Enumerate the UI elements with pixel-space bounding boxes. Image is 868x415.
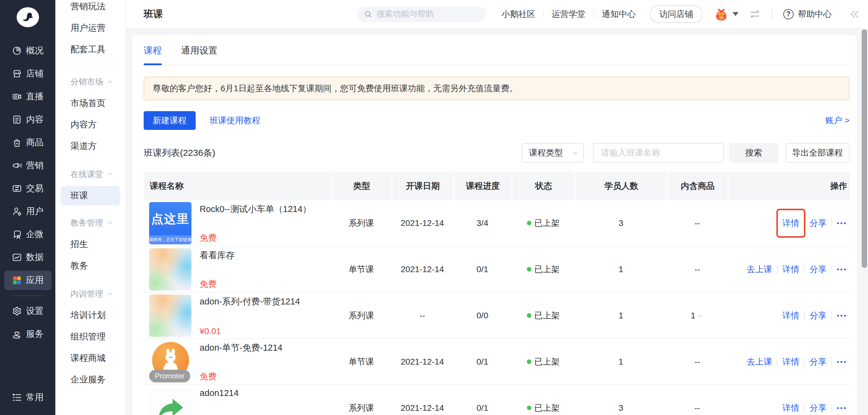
create-course-button[interactable]: 新建课程 — [144, 111, 196, 130]
sidebar-item-教务[interactable]: 教务 — [55, 255, 125, 276]
sidebar-item-service[interactable]: 服务 — [4, 322, 52, 346]
sidebar-item-marketing[interactable]: 营销 — [4, 154, 52, 177]
chevron-up-icon — [106, 78, 114, 85]
course-thumbnail[interactable] — [149, 295, 191, 337]
sidebar-item-content[interactable]: 内容 — [4, 108, 52, 131]
course-thumbnail[interactable]: Promoter — [149, 341, 191, 383]
course-title[interactable]: adon-单节-免费-1214 — [199, 342, 282, 354]
course-students: 1 — [575, 265, 667, 274]
sidebar-item-label: 概况 — [26, 45, 43, 57]
group-label-text: 教务管理 — [70, 217, 103, 228]
avatar[interactable]: 福 — [714, 7, 729, 22]
switch-account-icon[interactable] — [749, 8, 761, 20]
avatar-caret-down-icon[interactable] — [733, 12, 739, 16]
export-button[interactable]: 导出全部课程 — [785, 143, 849, 163]
global-search-input[interactable] — [376, 9, 483, 19]
op-link-详情[interactable]: 详情 — [782, 402, 799, 414]
help-center-label: 帮助中心 — [798, 8, 832, 20]
chevron-up-icon — [106, 171, 114, 178]
main-area: 班课 小鹅社区 运营学堂 通知中心 访问店铺 福 — [126, 0, 868, 415]
course-status: 已上架 — [512, 264, 575, 275]
scrollbar-thumb[interactable] — [862, 29, 867, 268]
sidebar-item-apps[interactable]: 应用 — [4, 271, 52, 290]
account-link[interactable]: 账户 > — [825, 115, 849, 126]
course-thumbnail[interactable]: 点这里 ≫请稍等，正在下发链接≪ — [149, 202, 191, 244]
op-link-详情[interactable]: 详情 — [782, 310, 799, 321]
sidebar-item-内容方[interactable]: 内容方 — [55, 114, 125, 135]
sidebar-item-wecom[interactable]: 企微 — [4, 223, 52, 246]
course-table-body: 点这里 ≫请稍等，正在下发链接≪ Rock0--测试小车单（1214） 免费 系… — [144, 200, 849, 415]
sidebar-item-settings[interactable]: 设置 — [4, 300, 52, 322]
sidebar-item-用户运营[interactable]: 用户运营 — [55, 17, 125, 39]
more-actions-icon[interactable]: ••• — [837, 358, 847, 366]
tab-general-settings[interactable]: 通用设置 — [181, 44, 217, 65]
op-link-分享[interactable]: 分享 — [810, 356, 827, 368]
sidebar-item-招生[interactable]: 招生 — [55, 234, 125, 255]
op-link-分享[interactable]: 分享 — [810, 310, 827, 321]
tutorial-link[interactable]: 班课使用教程 — [210, 115, 260, 126]
search-button[interactable]: 搜索 — [729, 143, 778, 163]
sidebar-item-组织管理[interactable]: 组织管理 — [55, 326, 125, 347]
course-thumbnail[interactable] — [149, 248, 191, 290]
sidebar-item-pie[interactable]: 概况 — [4, 39, 52, 62]
sidebar-item-data[interactable]: 数据 — [4, 246, 52, 269]
brand-logo[interactable] — [17, 7, 39, 27]
op-link-分享[interactable]: 分享 — [810, 264, 827, 275]
course-title[interactable]: adon-系列-付费-带货1214 — [199, 296, 300, 308]
collapse-panel-icon[interactable] — [849, 8, 860, 20]
sidebar-item-配套工具[interactable]: 配套工具 — [55, 39, 125, 60]
op-link-分享[interactable]: 分享 — [810, 402, 827, 414]
course-title[interactable]: Rock0--测试小车单（1214） — [199, 203, 311, 215]
course-progress: 0/0 — [453, 311, 512, 320]
column-header: 课程名称 — [144, 172, 331, 200]
help-center[interactable]: ? 帮助中心 — [783, 8, 832, 20]
visit-shop-button[interactable]: 访问店铺 — [650, 5, 703, 23]
sidebar-item-课程商城[interactable]: 课程商城 — [55, 347, 125, 369]
sidebar-item-frequent[interactable]: 常用 — [4, 386, 52, 409]
course-type-select[interactable]: 课程类型 — [522, 143, 584, 163]
sidebar-item-班课[interactable]: 班课 — [61, 186, 120, 205]
more-actions-icon[interactable]: ••• — [837, 219, 847, 227]
sidebar-group-label[interactable]: 分销市场 — [55, 71, 125, 93]
goods-expand-chevron-down-icon[interactable] — [697, 312, 704, 319]
sidebar-group-label[interactable]: 教务管理 — [55, 212, 125, 234]
primary-sidebar: 概况 店铺 直播 内容 商品 营销 交易 用户 企微 数据 应用 设置 服务 常… — [0, 0, 55, 415]
link-community[interactable]: 小鹅社区 — [501, 8, 535, 20]
course-progress: 0/1 — [453, 265, 512, 274]
course-operations: 详情分享 ••• — [728, 217, 849, 229]
sidebar-group-label[interactable]: 内训管理 — [55, 283, 125, 305]
link-academy[interactable]: 运营学堂 — [552, 8, 586, 20]
op-link-分享[interactable]: 分享 — [810, 217, 827, 229]
scrollbar-track[interactable] — [861, 29, 868, 415]
sidebar-group-label[interactable]: 在线课堂 — [55, 163, 125, 185]
column-header: 类型 — [331, 172, 391, 200]
course-name-input[interactable] — [593, 143, 724, 163]
sidebar-item-goods[interactable]: 商品 — [4, 131, 52, 154]
op-link-去上课[interactable]: 去上课 — [747, 264, 772, 275]
list-title: 班课列表(2236条) — [144, 147, 215, 159]
sidebar-item-培训计划[interactable]: 培训计划 — [55, 305, 125, 326]
course-title[interactable]: 看看库存 — [199, 249, 235, 262]
more-actions-icon[interactable]: ••• — [837, 405, 847, 412]
course-thumbnail[interactable] — [149, 387, 191, 415]
op-link-详情[interactable]: 详情 — [782, 356, 799, 368]
global-search[interactable] — [357, 6, 486, 22]
sidebar-item-user[interactable]: 用户 — [4, 200, 52, 223]
course-title[interactable]: adon1214 — [199, 388, 239, 398]
sidebar-item-营销玩法[interactable]: 营销玩法 — [55, 0, 125, 17]
promoter-badge: Promoter — [149, 370, 190, 382]
tab-courses[interactable]: 课程 — [144, 44, 162, 65]
op-link-详情[interactable]: 详情 — [782, 264, 799, 275]
sidebar-item-渠道方[interactable]: 渠道方 — [55, 135, 125, 157]
course-type-select-value: 课程类型 — [529, 147, 563, 159]
op-link-去上课[interactable]: 去上课 — [747, 356, 772, 368]
link-notifications[interactable]: 通知中心 — [602, 8, 636, 20]
op-link-详情[interactable]: 详情 — [782, 217, 799, 229]
sidebar-item-企业服务[interactable]: 企业服务 — [55, 369, 125, 390]
sidebar-item-shop[interactable]: 店铺 — [4, 62, 52, 85]
sidebar-item-市场首页[interactable]: 市场首页 — [55, 93, 125, 114]
more-actions-icon[interactable]: ••• — [837, 312, 847, 319]
sidebar-item-live[interactable]: 直播 — [4, 85, 52, 108]
sidebar-item-trade[interactable]: 交易 — [4, 177, 52, 200]
more-actions-icon[interactable]: ••• — [837, 266, 847, 273]
